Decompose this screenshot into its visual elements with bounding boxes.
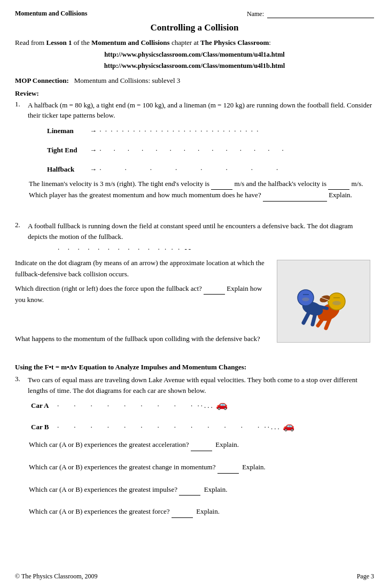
name-area: Name: [247,10,374,18]
section-header: Using the F•t = m•Δv Equation to Analyze… [15,363,374,372]
url-block: http://www.physicsclassroom.com/Class/mo… [15,49,374,72]
q3-part-b: Which car (A or B) experiences the great… [29,462,374,474]
blank-q3d[interactable] [172,506,193,518]
question-2-row: 2. A football fullback is running down t… [15,221,374,242]
q2-content-area: Indicate on the dot diagram (by means of… [15,258,374,348]
question-2-block: 2. A football fullback is running down t… [15,221,374,357]
header-title: Momentum and Collisions [15,10,87,18]
question-3-block: 3. Two cars of equal mass are traveling … [15,375,374,518]
q1-num: 1. [15,100,25,121]
q3-part-a: Which car (A or B) experiences the great… [29,439,374,451]
car-b-dots: · · · · · · · · · · · · · ··... [51,423,281,431]
car-a-icon: 🚗 [216,399,228,410]
q3-part-d: Which car (A or B) experiences the great… [29,506,374,518]
blank-q3b[interactable] [217,462,239,474]
lineman-label: Lineman [47,124,90,138]
car-a-dots: · · · · · · · · · ··... [51,401,214,409]
q2-num: 2. [15,221,25,242]
mop-value: Momentum and Collisions: sublevel 3 [74,76,181,85]
read-from-text: Read from Lesson 1 of the Momentum and C… [15,38,374,47]
page-header: Momentum and Collisions Name: [15,10,374,18]
q2-dot-diagram: · · · · · · · · · · · · · · -- [58,245,374,253]
tight-end-label: Tight End [47,143,90,157]
url-2: http://www.physicsclassroom.com/Class/mo… [15,60,374,72]
blank-greatest-momentum[interactable] [263,190,327,202]
q3-part-c: Which car (A or B) experiences the great… [29,484,374,496]
footer-left: © The Physics Classroom, 2009 [15,572,98,581]
car-b-diagram: Car B · · · · · · · · · · · · · ··... 🚗 [31,420,374,432]
tight-end-dots: · · · · · · · · · · · · · · [97,143,285,157]
svg-line-12 [318,306,327,308]
page-footer: © The Physics Classroom, 2009 Page 3 [15,572,374,581]
blank-direction[interactable] [204,283,225,295]
svg-point-15 [302,297,309,301]
question-1-row: 1. A halfback (m = 80 kg), a tight end (… [15,100,374,121]
blank-q3a[interactable] [191,439,212,451]
mop-label: MOP Connection: [15,76,69,85]
halfback-label: Halfback [47,163,90,176]
review-label: Review: [15,89,374,98]
q2-part-a: Indicate on the dot diagram (by means of… [15,258,268,280]
mop-row: MOP Connection: Momentum and Collisions:… [15,76,374,85]
lineman-diagram: Lineman → · · · · · · · · · · · · · · · … [47,124,374,176]
question-3-row: 3. Two cars of equal mass are traveling … [15,375,374,396]
car-a-diagram: Car A · · · · · · · · · ··... 🚗 [31,399,374,411]
q2-left-panel: Indicate on the dot diagram (by means of… [15,258,268,348]
q2-part-b: Which direction (right or left) does the… [15,283,268,306]
blank-tight-end-velocity[interactable] [211,179,232,190]
svg-line-11 [313,314,315,324]
car-b-icon: 🚗 [283,421,294,431]
halfback-row: Halfback → · · · · · · · · [47,163,374,176]
name-label: Name: [247,10,264,18]
lineman-row: Lineman → · · · · · · · · · · · · · · · … [47,124,374,138]
footer-right: Page 3 [357,572,374,581]
car-a-label: Car A [31,401,49,409]
lineman-dots: · · · · · · · · · · · · · · · · · · · · … [97,124,260,138]
car-b-label: Car B [31,423,49,431]
q2-part-c: What happens to the momentum of the full… [15,334,268,345]
tight-end-row: Tight End → · · · · · · · · · · · · · · [47,143,374,157]
name-line[interactable] [267,10,374,18]
question-1-block: 1. A halfback (m = 80 kg), a tight end (… [15,100,374,215]
q3-text: Two cars of equal mass are traveling dow… [28,375,374,396]
q2-text: A football fullback is running down the … [28,221,374,242]
q2-right-panel [273,258,374,348]
q1-followup: The lineman's velocity is 3 m/s (right).… [29,179,374,202]
page-title: Controlling a Collision [15,22,374,33]
blank-q3c[interactable] [179,484,200,496]
svg-point-7 [332,301,341,305]
football-illustration [277,260,370,343]
football-svg [278,261,369,342]
q3-num: 3. [15,375,25,396]
blank-halfback-velocity[interactable] [328,179,349,190]
url-1: http://www.physicsclassroom.com/Class/mo… [15,49,374,60]
q1-text: A halfback (m = 80 kg), a tight end (m =… [28,100,374,121]
halfback-dots: · · · · · · · · [97,163,279,176]
